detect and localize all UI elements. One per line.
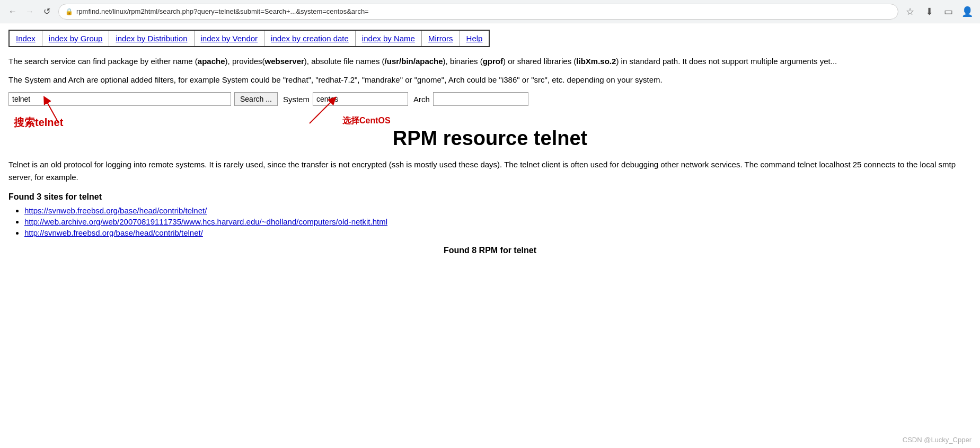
body-text: Telnet is an old protocol for logging in… [8, 158, 972, 184]
search-annotation: 搜索telnet [14, 115, 63, 130]
description-line2: The System and Arch are optional added f… [8, 74, 972, 86]
window-button[interactable]: ▭ [941, 4, 956, 19]
svg-line-1 [310, 100, 333, 123]
nav-mirrors[interactable]: Mirrors [422, 31, 460, 46]
centos-arrow-svg [304, 94, 347, 126]
address-bar[interactable]: 🔒 rpmfind.net/linux/rpm2html/search.php?… [58, 4, 898, 20]
description-line1: The search service can find package by e… [8, 56, 972, 68]
reload-button[interactable]: ↺ [39, 4, 54, 19]
list-item: https://svnweb.freebsd.org/base/head/con… [24, 206, 972, 215]
nav-index[interactable]: Index [10, 31, 42, 46]
found-sites-heading: Found 3 sites for telnet [8, 192, 972, 202]
profile-button[interactable]: 👤 [960, 4, 975, 19]
centos-annotation: 选择CentOS [342, 115, 391, 127]
rpm-resource-title: RPM resource telnet [8, 127, 972, 150]
sites-list: https://svnweb.freebsd.org/base/head/con… [24, 206, 972, 237]
arch-input[interactable] [433, 92, 528, 106]
site-link-3[interactable]: http://svnweb.freebsd.org/base/head/cont… [24, 228, 203, 237]
search-button[interactable]: Search ... [234, 92, 278, 106]
nav-index-creation-date[interactable]: index by creation date [264, 31, 356, 46]
nav-help[interactable]: Help [460, 31, 489, 46]
list-item: http://svnweb.freebsd.org/base/head/cont… [24, 228, 972, 237]
search-row: Search ... System Arch [8, 92, 972, 106]
bookmark-button[interactable]: ☆ [903, 4, 917, 19]
search-form-area: Search ... System Arch 搜索telnet [8, 92, 972, 106]
page-content: Index index by Group index by Distributi… [0, 23, 980, 262]
nav-buttons: ← → ↺ [5, 4, 54, 19]
nav-index-distribution[interactable]: index by Distribution [109, 31, 194, 46]
download-button[interactable]: ⬇ [922, 4, 937, 19]
url-text: rpmfind.net/linux/rpm2html/search.php?qu… [76, 7, 891, 15]
nav-index-name[interactable]: index by Name [356, 31, 422, 46]
back-button[interactable]: ← [5, 4, 20, 19]
found-rpm-heading: Found 8 RPM for telnet [8, 246, 972, 255]
nav-index-vendor[interactable]: index by Vendor [195, 31, 265, 46]
browser-chrome: ← → ↺ 🔒 rpmfind.net/linux/rpm2html/searc… [0, 0, 980, 23]
nav-index-group[interactable]: index by Group [42, 31, 110, 46]
list-item: http://web.archive.org/web/2007081911173… [24, 217, 972, 226]
nav-bar: Index index by Group index by Distributi… [8, 30, 490, 47]
arch-label: Arch [413, 95, 430, 104]
site-link-1[interactable]: https://svnweb.freebsd.org/base/head/con… [24, 206, 207, 215]
security-icon: 🔒 [65, 8, 73, 15]
forward-button[interactable]: → [22, 4, 37, 19]
site-link-2[interactable]: http://web.archive.org/web/2007081911173… [24, 217, 387, 226]
browser-actions: ☆ ⬇ ▭ 👤 [903, 4, 975, 19]
